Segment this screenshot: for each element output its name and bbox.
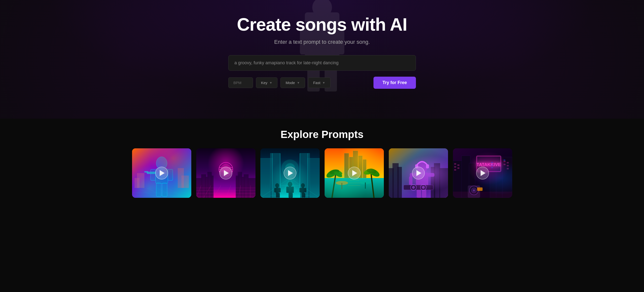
svg-point-144: [470, 186, 478, 195]
prompt-card-1[interactable]: [132, 148, 191, 198]
svg-point-76: [288, 182, 292, 187]
svg-rect-24: [178, 168, 184, 188]
controls-row: Key ▼ Mode ▼ Fast ▼ Try for Free: [228, 77, 416, 89]
play-button-3[interactable]: [284, 167, 296, 180]
svg-point-109: [360, 181, 371, 184]
svg-rect-156: [504, 161, 506, 162]
svg-rect-22: [137, 173, 144, 188]
svg-line-21: [166, 188, 186, 198]
svg-rect-113: [392, 163, 399, 198]
play-icon-1: [160, 170, 165, 176]
svg-line-50: [238, 185, 241, 198]
svg-rect-72: [274, 188, 276, 192]
prompt-card-4[interactable]: [324, 148, 384, 198]
svg-point-82: [301, 183, 305, 188]
svg-point-146: [473, 189, 475, 191]
svg-line-20: [157, 188, 176, 198]
svg-rect-85: [304, 188, 306, 192]
svg-text:TATAKKIVE: TATAKKIVE: [476, 162, 501, 167]
play-icon-2: [224, 170, 229, 176]
svg-rect-78: [286, 187, 288, 193]
svg-rect-149: [477, 187, 482, 191]
speed-selector[interactable]: Fast ▼: [308, 77, 330, 88]
svg-rect-10: [168, 169, 173, 181]
svg-point-131: [420, 185, 426, 190]
svg-rect-34: [205, 177, 208, 198]
svg-rect-9: [150, 169, 156, 181]
main-title: Create songs with AI: [237, 15, 407, 34]
svg-rect-36: [210, 176, 214, 198]
svg-line-100: [371, 173, 374, 198]
svg-line-64: [290, 178, 320, 198]
play-button-6[interactable]: [476, 167, 489, 180]
svg-line-47: [204, 185, 211, 198]
prompt-card-2[interactable]: [196, 148, 256, 198]
svg-rect-158: [507, 162, 509, 164]
play-button-5[interactable]: [412, 167, 425, 180]
svg-rect-121: [426, 165, 429, 168]
subtitle: Enter a text prompt to create your song.: [274, 39, 370, 45]
bpm-input[interactable]: [228, 77, 253, 88]
svg-point-103: [366, 168, 377, 174]
play-button-2[interactable]: [220, 167, 232, 180]
svg-line-63: [290, 178, 300, 198]
svg-rect-135: [462, 156, 470, 198]
play-button-4[interactable]: [348, 167, 361, 180]
svg-rect-159: [507, 165, 509, 166]
try-for-free-button[interactable]: Try for Free: [374, 77, 416, 89]
svg-line-61: [260, 178, 290, 198]
svg-rect-77: [288, 186, 292, 193]
svg-point-101: [367, 167, 380, 178]
explore-title: Explore Prompts: [280, 128, 363, 140]
svg-point-102: [363, 168, 375, 176]
svg-rect-116: [434, 163, 440, 198]
svg-rect-152: [454, 166, 456, 168]
prompt-card-5[interactable]: [389, 148, 448, 198]
svg-rect-32: [196, 178, 202, 198]
key-chevron-icon: ▼: [269, 81, 272, 85]
svg-point-130: [412, 186, 415, 189]
svg-rect-164: [504, 160, 505, 161]
svg-rect-38: [238, 172, 242, 198]
svg-rect-153: [454, 169, 456, 171]
prompt-input[interactable]: [228, 55, 416, 71]
svg-point-97: [331, 169, 343, 177]
svg-rect-12: [162, 183, 167, 197]
svg-rect-33: [201, 174, 206, 198]
svg-rect-150: [453, 192, 512, 198]
svg-line-48: [214, 185, 221, 198]
svg-rect-56: [300, 153, 310, 198]
prompt-card-3[interactable]: [260, 148, 320, 198]
svg-rect-39: [241, 177, 245, 198]
mode-label: Mode: [286, 81, 295, 85]
svg-line-62: [280, 178, 290, 198]
play-icon-4: [352, 170, 357, 176]
key-selector[interactable]: Key ▼: [256, 77, 278, 88]
svg-rect-11: [156, 183, 161, 197]
svg-rect-137: [490, 158, 498, 198]
svg-point-132: [422, 186, 424, 189]
svg-rect-55: [270, 153, 280, 198]
play-button-1[interactable]: [155, 167, 168, 180]
svg-rect-112: [389, 168, 394, 198]
svg-rect-71: [276, 187, 279, 194]
svg-rect-25: [182, 176, 189, 188]
svg-point-98: [329, 169, 340, 175]
svg-line-19: [147, 188, 166, 198]
svg-rect-75: [278, 193, 280, 198]
svg-rect-134: [453, 161, 463, 198]
svg-rect-162: [491, 165, 493, 166]
svg-rect-143: [468, 185, 480, 198]
svg-rect-23: [134, 178, 140, 188]
svg-point-70: [275, 183, 279, 188]
svg-rect-86: [302, 193, 304, 198]
svg-rect-117: [439, 168, 448, 198]
svg-rect-155: [458, 167, 459, 169]
play-icon-3: [288, 170, 293, 176]
svg-rect-160: [507, 168, 509, 169]
svg-rect-163: [491, 167, 493, 168]
svg-rect-80: [288, 193, 291, 198]
svg-rect-35: [207, 172, 212, 198]
mode-selector[interactable]: Mode ▼: [280, 77, 305, 88]
prompt-card-6[interactable]: TATAKKIVE: [453, 148, 512, 198]
